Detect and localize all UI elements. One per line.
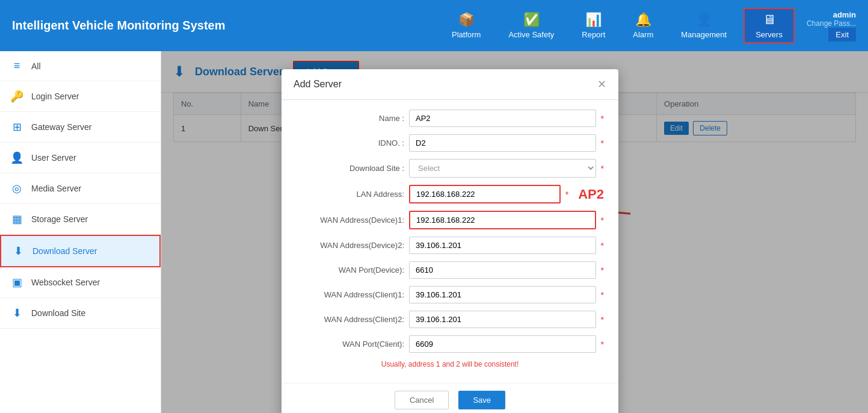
form-row-wan-device2: WAN Address(Device)2: * [296,237,604,254]
required-wan-device2: * [601,241,604,250]
sidebar-item-websocket-server[interactable]: ▣ Websocket Server [0,267,161,298]
change-pass-link[interactable]: Change Pass... [807,19,856,28]
warning-text: Usually, address 1 and 2 will be consist… [296,360,604,368]
sidebar-item-download-server[interactable]: ⬇ Download Server [0,235,161,267]
user-server-icon: 👤 [10,151,24,164]
form-row-download-site: Download Site : Select * [296,159,604,178]
login-server-icon: 🔑 [10,90,24,103]
sidebar: ≡ All 🔑 Login Server ⊞ Gateway Server 👤 … [0,51,161,413]
form-row-name: Name : * [296,110,604,127]
label-wan-port-client: WAN Port(Client): [296,340,404,349]
sidebar-item-media-server[interactable]: ◎ Media Server [0,173,161,204]
sidebar-label-storage-server: Storage Server [31,214,88,224]
label-wan-port-device: WAN Port(Device): [296,266,404,275]
required-wan-port-client: * [601,340,604,349]
required-download-site: * [601,164,604,173]
input-lan-address[interactable] [409,185,561,203]
servers-icon: 🖥 [763,12,776,28]
nav-platform-label: Platform [452,30,481,39]
modal-title: Add Server [294,79,342,90]
label-idno: IDNO. : [296,138,404,148]
all-icon: ≡ [10,60,24,72]
label-download-site: Download Site : [296,164,404,173]
input-wan-device1[interactable] [409,211,596,229]
header-nav: 📦 Platform ✅ Active Safety 📊 Report 🔔 Al… [441,8,856,43]
required-wan-client1: * [601,290,604,300]
app-title: Intelligent Vehicle Monitoring System [12,19,441,33]
sidebar-label-all: All [31,61,41,71]
save-button[interactable]: Save [458,391,505,409]
form-row-idno: IDNO. : * [296,134,604,152]
input-name[interactable] [409,110,596,127]
required-lan: * [565,190,568,199]
nav-alarm-label: Alarm [633,30,653,39]
nav-report-label: Report [582,30,605,39]
modal-body: Name : * IDNO. : * Download Site : Selec… [282,100,618,383]
modal-header: Add Server ✕ [282,69,618,100]
modal-close-button[interactable]: ✕ [597,78,606,91]
websocket-server-icon: ▣ [10,276,24,289]
nav-platform[interactable]: 📦 Platform [441,9,491,42]
main-layout: ≡ All 🔑 Login Server ⊞ Gateway Server 👤 … [0,51,868,413]
gateway-server-icon: ⊞ [10,120,24,134]
label-wan-client2: WAN Address(Client)2: [296,315,404,324]
required-idno: * [601,138,604,148]
ap2-annotation: AP2 [578,187,604,202]
sidebar-item-storage-server[interactable]: ▦ Storage Server [0,204,161,235]
user-area: admin Change Pass... Exit [807,10,856,42]
modal-footer: Cancel Save [282,383,618,413]
alarm-icon: 🔔 [635,12,651,28]
report-icon: 📊 [585,12,602,28]
sidebar-item-all[interactable]: ≡ All [0,51,161,81]
select-download-site[interactable]: Select [409,159,596,178]
input-wan-port-device[interactable] [409,261,596,279]
form-row-wan-port-client: WAN Port(Client): * [296,335,604,353]
sidebar-item-download-site[interactable]: ⬇ Download Site [0,298,161,329]
nav-management-label: Management [681,30,727,39]
required-wan-device1: * [601,216,604,225]
nav-active-safety[interactable]: ✅ Active Safety [497,9,565,42]
sidebar-label-login-server: Login Server [31,92,79,101]
sidebar-item-user-server[interactable]: 👤 User Server [0,143,161,173]
management-icon: 👤 [696,12,712,28]
sidebar-label-download-site: Download Site [31,308,85,318]
input-wan-client1[interactable] [409,286,596,303]
form-row-lan: LAN Address: * AP2 [296,185,604,203]
label-lan: LAN Address: [296,190,404,199]
nav-alarm[interactable]: 🔔 Alarm [622,9,664,42]
required-wan-client2: * [601,315,604,324]
form-row-wan-client2: WAN Address(Client)2: * [296,311,604,328]
content-area: ⬇ Download Server Add Server No. Name ID… [161,51,868,413]
exit-button[interactable]: Exit [828,28,856,42]
input-wan-port-client[interactable] [409,335,596,353]
nav-servers[interactable]: 🖥 Servers [743,8,795,43]
form-row-wan-device1: WAN Address(Device)1: * [296,211,604,229]
sidebar-item-gateway-server[interactable]: ⊞ Gateway Server [0,112,161,143]
nav-servers-label: Servers [756,30,783,39]
sidebar-label-user-server: User Server [31,153,76,163]
active-safety-icon: ✅ [523,12,540,28]
label-name: Name : [296,114,404,123]
nav-active-safety-label: Active Safety [508,30,554,39]
label-wan-device2: WAN Address(Device)2: [296,241,404,250]
input-wan-device2[interactable] [409,237,596,254]
sidebar-label-gateway-server: Gateway Server [31,122,91,132]
required-name: * [601,114,604,123]
input-wan-client2[interactable] [409,311,596,328]
nav-management[interactable]: 👤 Management [670,9,737,42]
sidebar-item-login-server[interactable]: 🔑 Login Server [0,81,161,112]
add-server-modal: Add Server ✕ Name : * IDNO. : * [282,69,618,413]
form-row-wan-client1: WAN Address(Client)1: * [296,286,604,303]
input-idno[interactable] [409,134,596,152]
sidebar-label-websocket-server: Websocket Server [31,278,100,287]
label-wan-client1: WAN Address(Client)1: [296,290,404,299]
sidebar-label-media-server: Media Server [31,184,81,193]
label-wan-device1: WAN Address(Device)1: [296,216,404,225]
required-wan-port-device: * [601,266,604,275]
sidebar-label-download-server: Download Server [32,246,97,256]
media-server-icon: ◎ [10,182,24,195]
cancel-button[interactable]: Cancel [395,391,449,409]
download-site-icon: ⬇ [10,306,24,320]
nav-report[interactable]: 📊 Report [571,9,616,42]
platform-icon: 📦 [458,12,475,28]
